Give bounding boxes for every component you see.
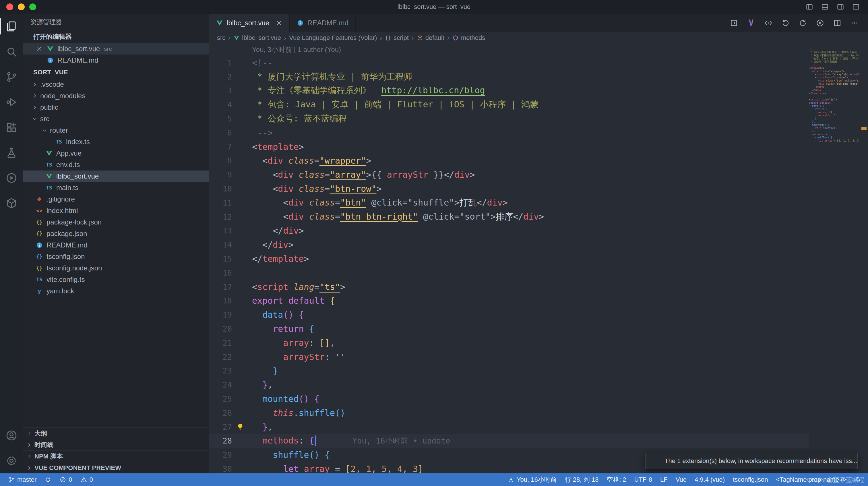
- line-number[interactable]: 2: [209, 72, 232, 81]
- tree-item[interactable]: README.md: [23, 239, 209, 251]
- code-line[interactable]: 9 <div class="array">{{ arrayStr }}</div…: [209, 168, 809, 182]
- code-line[interactable]: 7<template>: [209, 140, 809, 154]
- tree-item[interactable]: {}package.json: [23, 228, 209, 239]
- line-number[interactable]: 10: [209, 184, 232, 193]
- status-tag-template[interactable]: <TagName prop-name />: [772, 474, 850, 486]
- status-sync[interactable]: [40, 474, 55, 486]
- line-number[interactable]: 16: [209, 268, 232, 277]
- tree-item[interactable]: App.vue: [23, 148, 209, 159]
- tree-item[interactable]: {}package-lock.json: [23, 216, 209, 228]
- line-number[interactable]: 19: [209, 310, 232, 319]
- tab-README.md[interactable]: README.md: [290, 14, 355, 32]
- status-indentation[interactable]: 空格: 2: [602, 474, 630, 486]
- line-number[interactable]: 11: [209, 199, 232, 207]
- tree-item[interactable]: router: [23, 125, 209, 136]
- code-line[interactable]: 16: [209, 266, 809, 280]
- line-number[interactable]: 23: [209, 366, 232, 375]
- breadcrumb-item[interactable]: default: [417, 34, 444, 42]
- activity-project-manager[interactable]: [0, 191, 23, 216]
- code-line[interactable]: 24 },: [209, 378, 809, 392]
- breadcrumb-item[interactable]: {}script: [385, 34, 409, 42]
- open-editor-item[interactable]: lblbc_sort.vuesrc: [23, 43, 209, 55]
- more-actions-button[interactable]: [850, 19, 859, 27]
- activity-search[interactable]: [0, 39, 23, 64]
- activity-live-preview[interactable]: [0, 165, 23, 191]
- status-problems-errors[interactable]: 0: [55, 474, 76, 486]
- activity-extensions[interactable]: [0, 115, 23, 140]
- activity-explorer[interactable]: [0, 14, 23, 39]
- tree-item[interactable]: yyarn.lock: [23, 285, 209, 297]
- line-number[interactable]: 21: [209, 338, 232, 347]
- close-icon[interactable]: [276, 20, 282, 26]
- status-language-mode[interactable]: Vue: [672, 474, 691, 486]
- codelens[interactable]: You, 3小时前 | 1 author (You): [209, 43, 809, 56]
- status-encoding[interactable]: UTF-8: [630, 474, 656, 486]
- status-ts-version[interactable]: 4.9.4 (vue): [691, 474, 729, 486]
- status-eol[interactable]: LF: [656, 474, 672, 486]
- status-blame[interactable]: You, 16小时前: [503, 474, 561, 486]
- open-editor-item[interactable]: README.md: [23, 55, 209, 66]
- code-line[interactable]: 28 methods: {You, 16小时前 • update: [209, 434, 809, 448]
- tree-item[interactable]: public: [23, 102, 209, 113]
- breadcrumb-item[interactable]: Vue Language Features (Volar): [289, 34, 377, 42]
- open-changes-button[interactable]: [730, 19, 738, 27]
- sidebar-section[interactable]: 时间线: [23, 439, 209, 450]
- code-line[interactable]: 20 return {: [209, 322, 809, 336]
- code-line[interactable]: 15</template>: [209, 252, 809, 266]
- minimize-window-button[interactable]: [18, 3, 25, 10]
- tree-item[interactable]: node_modules: [23, 90, 209, 102]
- code-line[interactable]: 14 </div>: [209, 238, 809, 252]
- line-number[interactable]: 13: [209, 226, 232, 235]
- line-number[interactable]: 29: [209, 450, 232, 459]
- line-number[interactable]: 18: [209, 296, 232, 305]
- line-number[interactable]: 25: [209, 394, 232, 403]
- code-line[interactable]: 5 * 公众号: 蓝不蓝编程: [209, 112, 809, 126]
- code-line[interactable]: 21 array: [],: [209, 336, 809, 350]
- toggle-secondary-sidebar-icon[interactable]: [836, 3, 844, 11]
- code-line[interactable]: 6 -->: [209, 126, 809, 140]
- tree-item[interactable]: TSmain.ts: [23, 182, 209, 193]
- activity-settings[interactable]: [0, 448, 23, 474]
- toggle-primary-sidebar-icon[interactable]: [805, 3, 813, 11]
- line-number[interactable]: 17: [209, 282, 232, 292]
- activity-source-control[interactable]: [0, 64, 23, 90]
- status-notifications[interactable]: [850, 474, 865, 486]
- minimap[interactable]: <!-- * 厦门大学计算机专业 | 前华为工程师 * 专注《零基础学编程系列》…: [809, 43, 859, 474]
- status-problems-warnings[interactable]: 0: [76, 474, 97, 486]
- tree-item[interactable]: .gitignore: [23, 193, 209, 205]
- code-line[interactable]: 4 * 包含: Java | 安卓 | 前端 | Flutter | iOS |…: [209, 98, 809, 112]
- volar-button[interactable]: V: [747, 19, 755, 27]
- status-cursor-position[interactable]: 行 28, 列 13: [561, 474, 602, 486]
- line-number[interactable]: 6: [209, 128, 232, 137]
- more-actions-icon[interactable]: [193, 18, 201, 26]
- customize-layout-icon[interactable]: [852, 3, 860, 11]
- maximize-window-button[interactable]: [29, 3, 36, 10]
- code-line[interactable]: 12 <div class="btn btn-right" @click="so…: [209, 210, 809, 224]
- tab-lblbc_sort.vue[interactable]: lblbc_sort.vue: [209, 14, 290, 32]
- breadcrumb-item[interactable]: lblbc_sort.vue: [234, 34, 281, 42]
- code-line[interactable]: 25 mounted() {: [209, 392, 809, 406]
- line-number[interactable]: 8: [209, 156, 232, 165]
- line-number[interactable]: 5: [209, 114, 232, 123]
- tree-item[interactable]: TSvite.config.ts: [23, 274, 209, 285]
- line-number[interactable]: 27: [209, 423, 232, 431]
- lightbulb-icon[interactable]: [236, 423, 245, 431]
- line-number[interactable]: 1: [209, 58, 232, 67]
- navigate-forward-button[interactable]: [799, 19, 807, 27]
- close-window-button[interactable]: [6, 3, 13, 10]
- activity-run-and-debug[interactable]: [0, 90, 23, 115]
- close-icon[interactable]: [36, 45, 43, 53]
- open-editors-header[interactable]: 打开的编辑器: [23, 30, 209, 43]
- breadcrumb-item[interactable]: methods: [453, 34, 485, 42]
- line-number[interactable]: 7: [209, 142, 232, 151]
- breadcrumb-item[interactable]: src: [217, 34, 225, 42]
- line-number[interactable]: 26: [209, 408, 232, 417]
- code-line[interactable]: 1<!--: [209, 56, 809, 70]
- code-line[interactable]: 18export default {: [209, 294, 809, 308]
- code-line[interactable]: 11 <div class="btn" @click="shuffle">打乱<…: [209, 196, 809, 210]
- tree-item[interactable]: <>index.html: [23, 205, 209, 216]
- line-number[interactable]: 30: [209, 464, 232, 474]
- code-line[interactable]: 10 <div class="btn-row">: [209, 182, 809, 196]
- activity-accounts[interactable]: [0, 423, 23, 448]
- line-number[interactable]: 9: [209, 170, 232, 179]
